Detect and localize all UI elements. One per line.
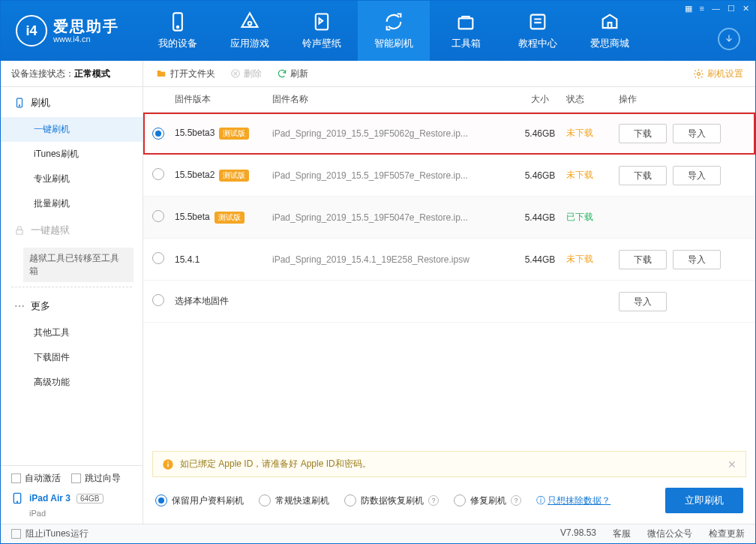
row-version: 15.4.1 — [175, 254, 200, 265]
svg-rect-4 — [459, 18, 473, 29]
row-radio[interactable] — [152, 168, 164, 180]
sidebar: 设备连接状态：正常模式 刷机 一键刷机iTunes刷机专业刷机批量刷机 一键越狱… — [1, 61, 143, 524]
tablet-icon — [11, 491, 23, 506]
device-name: iPad Air 3 — [29, 493, 70, 503]
table-row: 选择本地固件导入 — [143, 281, 755, 323]
flash-options-bar: 保留用户资料刷机常规快速刷机防数据恢复刷机 ?修复刷机 ?ⓘ 只想抹除数据？立即… — [143, 477, 755, 524]
svg-point-16 — [167, 461, 169, 462]
row-action-button[interactable]: 下载 — [619, 124, 667, 143]
svg-point-11 — [16, 501, 17, 502]
notice-close-icon[interactable]: ✕ — [728, 458, 736, 470]
open-folder-button[interactable]: 打开文件夹 — [155, 68, 215, 80]
nav-icon — [383, 11, 404, 32]
nav-icon — [527, 11, 548, 32]
firmware-list: 15.5beta3测试版iPad_Spring_2019_15.5_19F506… — [143, 113, 755, 323]
row-action-button[interactable]: 导入 — [673, 124, 721, 143]
row-action-button[interactable]: 导入 — [619, 292, 667, 311]
row-radio[interactable] — [152, 252, 164, 264]
th-status: 状态 — [566, 93, 619, 106]
statusbar-update[interactable]: 检查更新 — [709, 527, 745, 540]
info-circle-icon: ⓘ — [536, 495, 545, 506]
row-action-button[interactable]: 下载 — [619, 250, 667, 269]
download-progress-icon[interactable] — [718, 28, 740, 50]
svg-rect-9 — [16, 230, 22, 234]
window-maximize-icon[interactable]: ☐ — [728, 4, 735, 14]
beta-tag: 测试版 — [219, 170, 249, 182]
row-status: 未下载 — [566, 169, 619, 182]
th-size: 大小 — [514, 93, 566, 106]
skip-guide-checkbox[interactable]: 跳过向导 — [71, 472, 121, 485]
flash-option[interactable]: 修复刷机 ? — [454, 494, 521, 507]
erase-data-link[interactable]: 只想抹除数据？ — [548, 495, 610, 506]
flash-option[interactable]: 防数据恢复刷机 ? — [344, 494, 439, 507]
row-status: 未下载 — [566, 127, 619, 140]
sidebar-item[interactable]: 下载固件 — [1, 345, 142, 370]
nav-tab-5[interactable]: 教程中心 — [502, 1, 574, 61]
block-itunes-checkbox[interactable]: 阻止iTunes运行 — [11, 527, 88, 540]
logo-icon: i4 — [16, 15, 47, 47]
table-row: 15.5beta测试版iPad_Spring_2019_15.5_19F5047… — [143, 197, 755, 239]
nav-tab-3[interactable]: 智能刷机 — [358, 1, 430, 61]
row-radio[interactable] — [152, 210, 164, 222]
app-url: www.i4.cn — [53, 35, 119, 44]
sidebar-item[interactable]: 高级功能 — [1, 370, 142, 395]
help-icon[interactable]: ? — [511, 495, 521, 506]
window-grid-icon[interactable]: ▦ — [685, 4, 692, 14]
row-action-button[interactable]: 导入 — [673, 166, 721, 185]
sidebar-item[interactable]: iTunes刷机 — [1, 142, 142, 167]
th-name: 固件名称 — [272, 93, 514, 106]
nav-tab-6[interactable]: 爱思商城 — [574, 1, 646, 61]
row-version: 15.5beta3 — [175, 128, 214, 138]
row-size: 5.44GB — [514, 212, 566, 223]
sidebar-item[interactable]: 其他工具 — [1, 320, 142, 345]
option-radio[interactable] — [344, 494, 356, 506]
option-radio[interactable] — [259, 494, 271, 506]
nav-tab-1[interactable]: 应用游戏 — [214, 1, 286, 61]
info-icon — [162, 458, 174, 470]
notice-text: 如已绑定 Apple ID，请准备好 Apple ID和密码。 — [180, 458, 371, 470]
table-row: 15.4.1iPad_Spring_2019_15.4.1_19E258_Res… — [143, 239, 755, 281]
sidebar-item[interactable]: 批量刷机 — [1, 191, 142, 216]
svg-point-2 — [248, 22, 252, 26]
flash-option[interactable]: 保留用户资料刷机 — [155, 494, 244, 507]
nav-icon — [239, 11, 260, 32]
sidebar-group-jailbreak: 一键越狱 — [1, 216, 142, 245]
sidebar-item[interactable]: 一键刷机 — [1, 117, 142, 142]
row-size: 5.46GB — [514, 128, 566, 139]
nav-icon — [455, 11, 476, 32]
statusbar-support[interactable]: 客服 — [613, 527, 631, 540]
row-status: 已下载 — [566, 211, 619, 224]
row-size: 5.44GB — [514, 254, 566, 265]
window-close-icon[interactable]: ✕ — [742, 4, 749, 14]
nav-icon — [599, 11, 620, 32]
row-action-button[interactable]: 下载 — [619, 166, 667, 185]
row-radio[interactable] — [152, 294, 164, 306]
help-icon[interactable]: ? — [428, 495, 439, 506]
option-radio[interactable] — [454, 494, 466, 506]
svg-rect-5 — [531, 15, 545, 29]
flash-settings-button[interactable]: 刷机设置 — [693, 68, 743, 80]
row-action-button[interactable]: 导入 — [673, 250, 721, 269]
statusbar-wechat[interactable]: 微信公众号 — [647, 527, 692, 540]
window-menu-icon[interactable]: ≡ — [700, 4, 704, 14]
gear-icon — [693, 68, 704, 80]
window-minimize-icon[interactable]: — — [712, 4, 720, 14]
nav-tab-4[interactable]: 工具箱 — [430, 1, 502, 61]
option-radio[interactable] — [155, 494, 167, 506]
sidebar-item[interactable]: 专业刷机 — [1, 167, 142, 191]
row-size: 5.46GB — [514, 170, 566, 181]
flash-now-button[interactable]: 立即刷机 — [665, 488, 743, 513]
nav-tab-2[interactable]: 铃声壁纸 — [286, 1, 358, 61]
device-info[interactable]: iPad Air 3 64GB — [1, 491, 142, 509]
row-status: 未下载 — [566, 253, 619, 266]
nav-icon — [167, 11, 188, 32]
auto-activate-checkbox[interactable]: 自动激活 — [11, 472, 61, 485]
row-version: 15.5beta — [175, 212, 210, 222]
beta-tag: 测试版 — [219, 128, 249, 140]
row-radio[interactable] — [152, 128, 164, 140]
sidebar-group-more[interactable]: ⋯ 更多 — [1, 292, 142, 320]
refresh-button[interactable]: 刷新 — [277, 68, 308, 80]
sidebar-group-flash[interactable]: 刷机 — [1, 89, 142, 117]
flash-option[interactable]: 常规快速刷机 — [259, 494, 329, 507]
nav-tab-0[interactable]: 我的设备 — [142, 1, 214, 61]
